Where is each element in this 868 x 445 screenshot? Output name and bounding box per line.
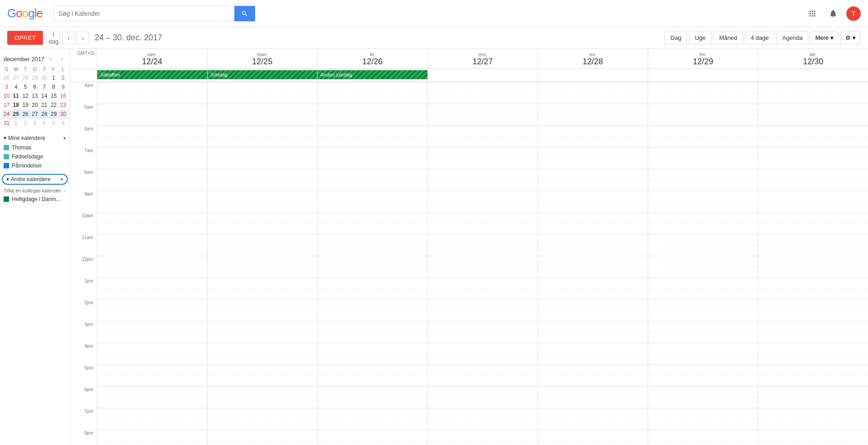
mini-prev-button[interactable]: ‹: [46, 54, 55, 63]
nav-today-button[interactable]: I dag: [47, 32, 60, 44]
mini-cal-day[interactable]: 7: [39, 82, 49, 91]
hour-line: [428, 212, 538, 213]
mini-cal-day[interactable]: 19: [21, 100, 30, 110]
search-button[interactable]: [234, 6, 255, 21]
andre-dropdown-icon[interactable]: ▾: [61, 177, 63, 182]
mini-cal-day[interactable]: 6: [30, 82, 40, 91]
mini-cal-day[interactable]: 6: [58, 119, 68, 128]
apps-icon[interactable]: [805, 6, 820, 21]
mini-next-button[interactable]: ›: [57, 54, 66, 63]
mine-kalendere-header[interactable]: ▾ Mine kalendere ▾: [4, 135, 66, 141]
view-uge-button[interactable]: Uge: [689, 31, 711, 44]
nav-next-button[interactable]: ›: [76, 32, 89, 44]
mini-cal-day[interactable]: 27: [11, 73, 21, 82]
hour-line: [97, 147, 207, 148]
allday-col-sun[interactable]: Juleaften: [97, 69, 208, 81]
mini-cal-day[interactable]: 25: [11, 110, 21, 119]
time-col-mon[interactable]: [208, 82, 318, 445]
mini-cal-day[interactable]: 28: [39, 110, 49, 119]
calendar-item-fodsels[interactable]: Fødselsdage: [0, 152, 70, 161]
allday-col-fri[interactable]: [648, 69, 759, 81]
mini-cal-day[interactable]: 30: [39, 73, 49, 82]
half-hour-line: [208, 397, 318, 397]
mini-cal-day[interactable]: 8: [49, 82, 58, 91]
mini-cal-day[interactable]: 3: [2, 82, 11, 91]
mini-cal-day[interactable]: 13: [30, 91, 40, 100]
mini-cal-day[interactable]: 21: [39, 100, 49, 110]
time-col-tue[interactable]: [318, 82, 428, 445]
mini-cal-day[interactable]: 26: [21, 110, 30, 119]
mini-cal-day[interactable]: 23: [58, 100, 68, 110]
mini-cal-day[interactable]: 16: [58, 91, 68, 100]
mini-cal-day[interactable]: 1: [11, 119, 21, 128]
event-juledag[interactable]: Juledag: [208, 70, 318, 79]
mini-cal-day[interactable]: 31: [2, 119, 11, 128]
google-logo[interactable]: Google: [7, 6, 43, 20]
mini-cal-day[interactable]: 5: [21, 82, 30, 91]
hour-line: [97, 430, 207, 430]
mini-cal-day[interactable]: 10: [2, 91, 11, 100]
allday-col-thu[interactable]: [538, 69, 648, 81]
mini-cal-day[interactable]: 15: [49, 91, 58, 100]
add-colleague-item[interactable]: Tilføj en kollegas kalender ›: [0, 187, 70, 195]
mini-cal-day[interactable]: 9: [58, 82, 68, 91]
nav-prev-button[interactable]: ‹: [62, 32, 75, 44]
hour-line: [648, 125, 758, 126]
mine-dropdown-icon[interactable]: ▾: [63, 135, 66, 141]
mini-cal-day[interactable]: 24: [2, 110, 11, 119]
search-input[interactable]: [53, 6, 234, 21]
mini-cal-day[interactable]: 1: [49, 73, 58, 82]
helligdage-color: [4, 196, 9, 202]
mini-cal-day[interactable]: 26: [2, 73, 11, 82]
allday-col-tue[interactable]: Anden juledag: [318, 69, 428, 81]
time-col-wed[interactable]: [428, 82, 538, 445]
mini-cal-day[interactable]: 4: [11, 82, 21, 91]
time-grid[interactable]: 4am5am6am7am8am9am10am11am12pm1pm2pm3pm4…: [70, 82, 868, 445]
time-col-sat[interactable]: [758, 82, 868, 445]
mini-cal-day[interactable]: 17: [2, 100, 11, 110]
mini-cal-day[interactable]: 20: [30, 100, 40, 110]
mini-cal-day[interactable]: 22: [49, 100, 58, 110]
half-hour-line: [318, 245, 427, 245]
mini-cal-day[interactable]: 4: [39, 119, 49, 128]
mini-cal-day[interactable]: 2: [21, 119, 30, 128]
view-agenda-button[interactable]: Agenda: [777, 31, 809, 44]
calendar-item-thomas[interactable]: Thomas: [0, 143, 70, 152]
allday-col-sat[interactable]: [758, 69, 868, 81]
mini-cal-day[interactable]: 11: [11, 91, 21, 100]
half-hour-line: [538, 93, 648, 93]
mini-cal-day[interactable]: 3: [30, 119, 40, 128]
event-anden-juledag[interactable]: Anden juledag: [318, 70, 427, 79]
allday-col-wed[interactable]: [428, 69, 538, 81]
mini-cal-day[interactable]: 30: [58, 110, 68, 119]
time-col-sun[interactable]: [97, 82, 208, 445]
hour-line: [97, 212, 207, 213]
mini-cal-day[interactable]: 5: [49, 119, 58, 128]
time-col-fri[interactable]: [648, 82, 759, 445]
create-button[interactable]: OPRET: [7, 31, 43, 45]
hour-line: [648, 191, 758, 191]
mini-cal-day[interactable]: 14: [39, 91, 49, 100]
hour-line: [538, 278, 648, 278]
andre-kalendere-header[interactable]: ▾ Andre kalendere ▾: [2, 174, 68, 185]
mini-cal-day[interactable]: 2: [58, 73, 68, 82]
view-maaned-button[interactable]: Måned: [713, 31, 743, 44]
event-juleaften[interactable]: Juleaften: [97, 70, 207, 79]
time-col-thu[interactable]: [538, 82, 648, 445]
mini-cal-day[interactable]: 12: [21, 91, 30, 100]
avatar[interactable]: T: [846, 6, 861, 21]
allday-col-mon[interactable]: Juledag: [208, 69, 318, 81]
calendar-item-pamindelser[interactable]: Påmindelser: [0, 161, 70, 170]
mini-cal-day[interactable]: 29: [30, 73, 40, 82]
day-header-sat: lør. 12/30: [758, 49, 868, 68]
mini-cal-day[interactable]: 27: [30, 110, 40, 119]
calendar-item-helligdage[interactable]: Helligdage i Danm...: [0, 195, 70, 204]
mini-cal-day[interactable]: 28: [21, 73, 30, 82]
more-button[interactable]: Mere ▾: [810, 31, 839, 44]
view-dag-button[interactable]: Dag: [664, 31, 687, 44]
mini-cal-day[interactable]: 29: [49, 110, 58, 119]
mini-cal-day[interactable]: 18: [11, 100, 21, 110]
view-4dage-button[interactable]: 4 dage: [745, 31, 775, 44]
settings-button[interactable]: ⚙ ▾: [840, 31, 861, 44]
notifications-icon[interactable]: [825, 6, 841, 21]
